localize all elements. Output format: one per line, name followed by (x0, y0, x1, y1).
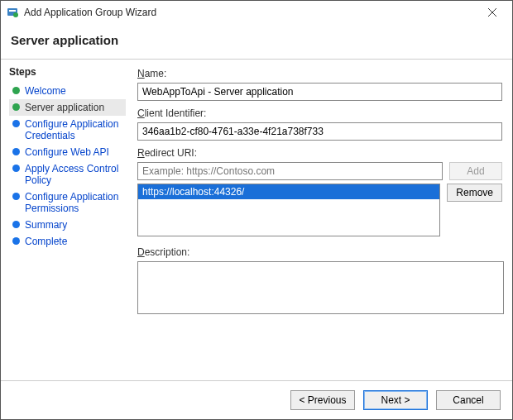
step-summary[interactable]: Summary (9, 217, 126, 233)
bullet-todo-icon (12, 237, 20, 245)
bullet-todo-icon (12, 193, 20, 200)
bullet-todo-icon (12, 120, 20, 127)
step-label[interactable]: Welcome (25, 85, 66, 97)
window-title: Add Application Group Wizard (24, 7, 477, 18)
wizard-footer: < Previous Next > Cancel (1, 380, 512, 419)
step-label: Server application (25, 102, 104, 113)
previous-button[interactable]: < Previous (290, 390, 355, 410)
redirect-uri-list[interactable]: https://localhost:44326/ (137, 184, 440, 236)
title-bar: Add Application Group Wizard (1, 1, 512, 25)
redirect-uri-label: Redirect URI: (137, 147, 502, 159)
add-button[interactable]: Add (449, 162, 502, 180)
step-apply-access-control[interactable]: Apply Access Control Policy (9, 160, 126, 189)
step-label[interactable]: Configure Web API (25, 146, 109, 158)
step-configure-permissions[interactable]: Configure Application Permissions (9, 189, 126, 217)
svg-rect-1 (9, 10, 16, 12)
step-configure-web-api[interactable]: Configure Web API (9, 144, 126, 160)
cancel-button[interactable]: Cancel (436, 390, 501, 410)
remove-button[interactable]: Remove (447, 184, 502, 202)
client-id-label: Client Identifier: (137, 107, 502, 119)
bullet-done-icon (12, 87, 20, 94)
description-label: Description: (137, 246, 502, 258)
step-label[interactable]: Configure Application Credentials (25, 118, 122, 141)
step-configure-credentials[interactable]: Configure Application Credentials (9, 116, 126, 144)
svg-point-2 (13, 12, 18, 17)
form-panel: Name: Client Identifier: Redirect URI: A… (129, 60, 512, 380)
step-label[interactable]: Configure Application Permissions (25, 191, 122, 214)
bullet-todo-icon (12, 165, 20, 172)
bullet-todo-icon (12, 221, 20, 228)
step-label[interactable]: Summary (25, 219, 67, 231)
next-button[interactable]: Next > (363, 390, 428, 410)
name-input[interactable] (137, 83, 502, 101)
step-server-application[interactable]: Server application (9, 99, 126, 116)
wizard-body: Steps Welcome Server application Configu… (1, 60, 512, 380)
wizard-window: { "title": "Add Application Group Wizard… (0, 0, 513, 420)
step-label[interactable]: Apply Access Control Policy (25, 163, 122, 186)
step-label[interactable]: Complete (25, 236, 67, 247)
close-button[interactable] (477, 2, 507, 22)
bullet-done-icon (12, 103, 20, 111)
list-item[interactable]: https://localhost:44326/ (138, 184, 439, 199)
steps-sidebar: Steps Welcome Server application Configu… (1, 60, 129, 380)
step-complete[interactable]: Complete (9, 233, 126, 250)
steps-heading: Steps (9, 66, 126, 78)
name-label: Name: (137, 68, 502, 79)
redirect-uri-input[interactable] (137, 162, 443, 180)
client-id-input[interactable] (137, 122, 502, 141)
bullet-todo-icon (12, 148, 20, 155)
page-header: Server application (1, 25, 512, 59)
app-icon (6, 6, 19, 19)
description-input[interactable] (137, 261, 504, 314)
step-welcome[interactable]: Welcome (9, 83, 126, 99)
